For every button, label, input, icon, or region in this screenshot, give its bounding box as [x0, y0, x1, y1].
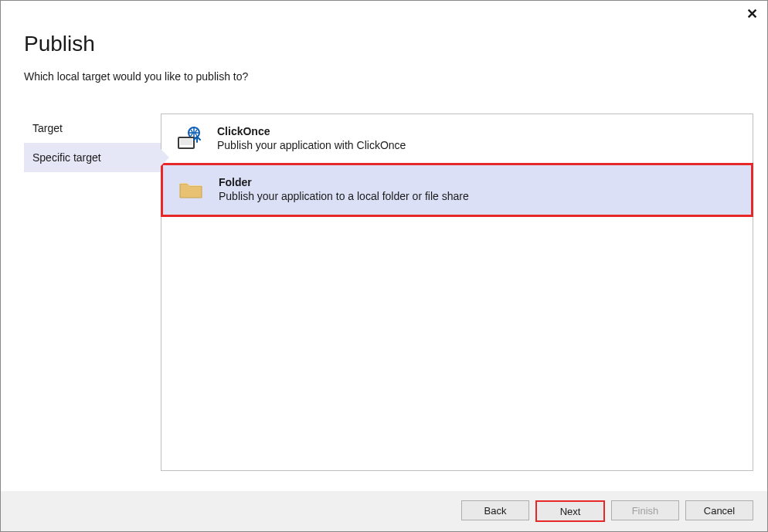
option-description: Publish your application with ClickOnce	[217, 139, 739, 151]
cancel-button[interactable]: Cancel	[685, 500, 753, 520]
next-button[interactable]: Next	[535, 500, 605, 522]
back-button[interactable]: Back	[461, 500, 529, 520]
page-title: Publish	[24, 32, 744, 56]
sidebar-step-label: Specific target	[32, 151, 101, 164]
clickonce-icon	[175, 125, 203, 153]
option-title: Folder	[219, 176, 737, 188]
option-text: ClickOnce Publish your application with …	[217, 125, 739, 151]
footer: Back Next Finish Cancel	[1, 491, 767, 531]
sidebar-step-specific-target[interactable]: Specific target	[24, 143, 161, 172]
close-button[interactable]: ✕	[746, 7, 758, 21]
options-panel: ClickOnce Publish your application with …	[161, 114, 753, 471]
sidebar-step-target[interactable]: Target	[24, 114, 161, 143]
option-title: ClickOnce	[217, 125, 739, 137]
option-clickonce[interactable]: ClickOnce Publish your application with …	[161, 114, 753, 164]
sidebar-step-label: Target	[32, 122, 63, 134]
page-prompt: Which local target would you like to pub…	[24, 70, 744, 83]
option-description: Publish your application to a local fold…	[219, 190, 737, 202]
option-text: Folder Publish your application to a loc…	[219, 176, 737, 202]
option-folder[interactable]: Folder Publish your application to a loc…	[161, 163, 753, 217]
content: Target Specific target ClickOnce	[1, 90, 767, 471]
header: Publish Which local target would you lik…	[1, 1, 767, 90]
svg-rect-4	[180, 139, 192, 145]
folder-icon	[177, 176, 205, 204]
sidebar: Target Specific target	[24, 114, 161, 471]
finish-button: Finish	[611, 500, 679, 520]
